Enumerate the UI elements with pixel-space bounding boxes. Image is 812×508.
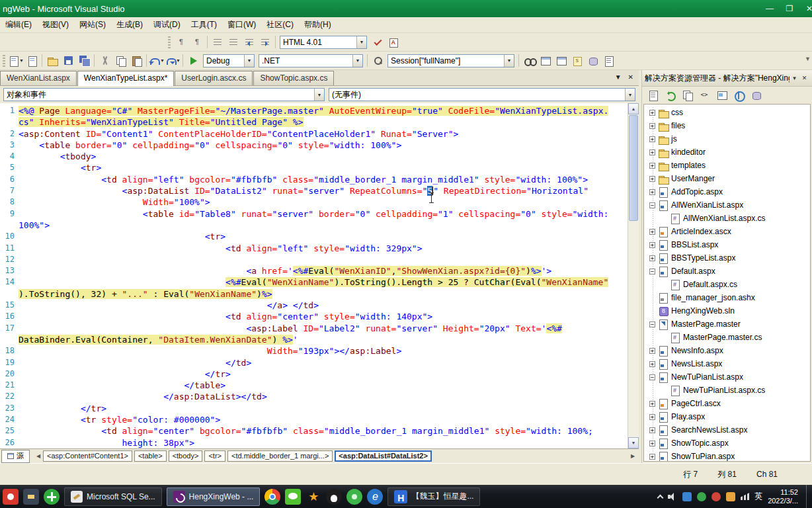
cut-button[interactable] (97, 53, 112, 68)
expand-icon[interactable]: + (649, 348, 655, 354)
find-in-files-button[interactable] (521, 53, 537, 68)
table-button[interactable] (537, 53, 553, 68)
chevron-down-icon[interactable]: ▼ (356, 36, 366, 48)
tree-item-searchnewslist-aspx[interactable]: +SearchNewsList.aspx (644, 423, 810, 437)
code-area[interactable]: 1<%@ Page Language="C#" MasterPageFile="… (0, 103, 628, 448)
tree-item-allwenxianlist-aspx[interactable]: −AllWenXianList.aspx (644, 198, 810, 212)
collapse-icon[interactable]: − (649, 202, 655, 208)
document-tab[interactable]: WenXianList.aspx (0, 71, 77, 85)
tag-breadcrumb-chip[interactable]: <asp:Content#Content1> (43, 450, 132, 462)
copy-button[interactable] (112, 53, 128, 68)
bullet-list-button[interactable] (210, 34, 225, 50)
format-ltr-button[interactable]: ¶ (173, 34, 189, 50)
volume-icon[interactable] (668, 493, 677, 501)
aspnet-config-button[interactable] (748, 88, 764, 103)
copy-website-button[interactable] (731, 88, 747, 103)
close-panel-icon[interactable]: ✕ (799, 73, 809, 83)
file-explorer-icon[interactable] (23, 489, 39, 505)
start-debug-button[interactable] (185, 53, 201, 68)
menu-item[interactable]: 社区(C) (261, 17, 299, 32)
expand-icon[interactable]: + (649, 123, 655, 129)
numbered-list-button[interactable] (225, 34, 241, 50)
chrome-icon[interactable] (264, 489, 280, 505)
view-code-button[interactable] (696, 88, 712, 103)
tree-item-bbstypelist-aspx[interactable]: +BBSTypeList.aspx (644, 251, 810, 265)
taskbar-app-button[interactable]: HengXingWeb - ... (167, 487, 261, 506)
vertical-scrollbar[interactable]: ▲ ▼ (628, 103, 639, 448)
nest-files-button[interactable] (679, 88, 695, 103)
tree-item-masterpage-master-cs[interactable]: MasterPage.master.cs (644, 331, 810, 344)
add-new-item-button[interactable]: ▼ (8, 53, 24, 68)
star-app-icon[interactable]: ★ (305, 489, 321, 505)
expand-icon[interactable]: + (649, 414, 655, 420)
tray-expand-icon[interactable] (657, 494, 664, 501)
chevron-down-icon[interactable]: ▼ (504, 55, 514, 67)
tag-breadcrumb-chip[interactable]: <table> (134, 450, 167, 462)
tree-item-js[interactable]: +js (644, 132, 810, 146)
new-file-button[interactable] (24, 53, 40, 68)
tree-item-newtupianlist-aspx-cs[interactable]: NewTuPianList.aspx.cs (644, 384, 810, 397)
tree-item-css[interactable]: +css (644, 106, 810, 119)
code-editor[interactable]: 1<%@ Page Language="C#" MasterPageFile="… (0, 103, 639, 448)
properties-button[interactable] (600, 53, 616, 68)
chevron-down-icon[interactable]: ▼ (244, 55, 254, 67)
tree-item-pagectrl-ascx[interactable]: +PageCtrl.ascx (644, 397, 810, 410)
find-button[interactable] (370, 53, 386, 68)
document-tab[interactable]: ShowTopic.aspx.cs (253, 71, 334, 85)
document-tab[interactable]: UserLogin.ascx.cs (175, 71, 253, 85)
solution-config-combo[interactable]: Debug ▼ (203, 54, 255, 67)
menu-item[interactable]: 调试(D) (148, 17, 186, 32)
document-tab[interactable]: WenXianTypeList.aspx* (77, 71, 175, 86)
redo-button[interactable]: ▼ (165, 53, 181, 68)
maximize-button[interactable]: ❐ (780, 2, 799, 15)
indent-button[interactable] (257, 34, 273, 50)
tree-item-addtopic-aspx[interactable]: +AddTopic.aspx (644, 185, 810, 198)
scrollbar-thumb[interactable] (629, 115, 638, 221)
expand-icon[interactable]: + (649, 427, 655, 433)
collapse-icon[interactable]: − (649, 374, 655, 380)
taskbar-app-button[interactable]: H【魏玉】恒星趣... (387, 487, 480, 506)
taskbar-app-button[interactable]: Microsoft SQL Se... (64, 487, 162, 506)
refresh-button[interactable] (662, 88, 678, 103)
tray-app-icon[interactable] (726, 492, 735, 501)
tree-item-usermanger[interactable]: +UserManger (644, 172, 810, 185)
tree-item-showtupian-aspx[interactable]: +ShowTuPian.aspx (644, 450, 810, 462)
tree-item-bbslist-aspx[interactable]: +BBSList.aspx (644, 238, 810, 251)
chevron-down-icon[interactable]: ▼ (314, 89, 324, 101)
menu-item[interactable]: 生成(B) (111, 17, 148, 32)
menu-item[interactable]: 网站(S) (74, 17, 111, 32)
toolbar-grip[interactable] (168, 36, 171, 48)
green-plus-app-icon[interactable] (44, 489, 60, 505)
menu-item[interactable]: 编辑(E) (0, 17, 37, 32)
doctype-combo[interactable]: HTML 4.01 ▼ (280, 36, 367, 49)
ime-indicator[interactable]: 英 (754, 491, 762, 502)
expand-icon[interactable]: + (649, 136, 655, 142)
tree-item-newtupianlist-aspx[interactable]: −NewTuPianList.aspx (644, 370, 810, 384)
internet-explorer-icon[interactable]: e (367, 489, 383, 505)
tree-item-kindeditor[interactable]: +kindeditor (644, 146, 810, 159)
expand-icon[interactable]: + (649, 189, 655, 195)
menu-item[interactable]: 视图(V) (37, 17, 74, 32)
close-button[interactable]: ✕ (800, 2, 812, 15)
tab-list-chevron-icon[interactable]: ▼ (615, 73, 622, 81)
tree-item-templates[interactable]: +templates (644, 159, 810, 172)
paste-button[interactable] (128, 53, 144, 68)
script-button[interactable] (569, 53, 585, 68)
view-designer-button[interactable] (713, 88, 729, 103)
expand-icon[interactable]: + (649, 110, 655, 116)
save-all-button[interactable] (76, 53, 92, 68)
outdent-button[interactable] (241, 34, 257, 50)
clock[interactable]: 11:52 2022/3/... (768, 488, 798, 505)
collapse-icon[interactable]: − (649, 321, 655, 327)
tree-item-default-aspx-cs[interactable]: Default.aspx.cs (644, 278, 810, 291)
query-button[interactable] (553, 53, 569, 68)
tag-scroll-right-icon[interactable]: ▶ (628, 451, 637, 462)
save-button[interactable] (60, 53, 76, 68)
tree-item-articleindex-ascx[interactable]: +ArticleIndex.ascx (644, 225, 810, 238)
green-app-icon[interactable] (346, 489, 362, 505)
menu-item[interactable]: 窗口(W) (222, 17, 261, 32)
expand-icon[interactable]: + (649, 454, 655, 460)
validate-button[interactable] (369, 34, 385, 50)
tag-scroll-left-icon[interactable]: ◀ (34, 451, 43, 462)
open-file-button[interactable] (44, 53, 60, 68)
